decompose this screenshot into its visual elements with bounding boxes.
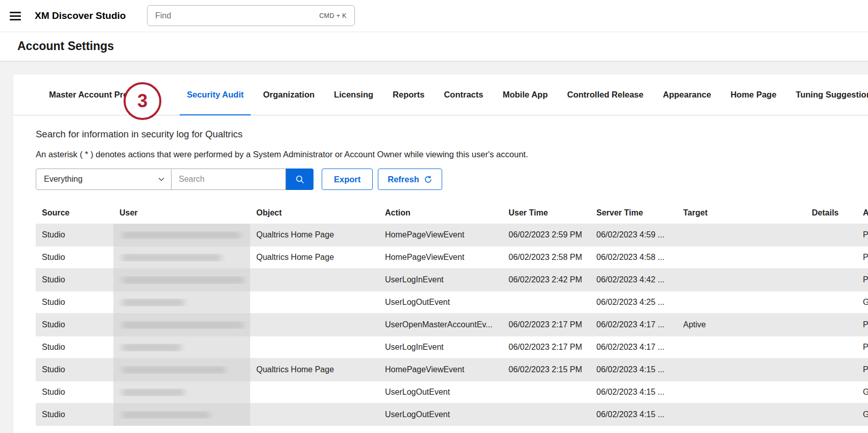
col-object: Object xyxy=(250,208,379,218)
page-title: Account Settings xyxy=(17,39,114,53)
cell-server-time: 06/02/2023 4:25 ... xyxy=(590,298,677,307)
cell-user xyxy=(113,231,250,239)
col-server-time: Server Time xyxy=(590,208,677,218)
cell-user-time: 06/02/2023 2:17 PM xyxy=(502,343,590,352)
cell-server-time: 06/02/2023 4:17 ... xyxy=(590,320,677,329)
cell-user xyxy=(113,344,250,351)
cell-user-time: 06/02/2023 2:15 PM xyxy=(502,365,590,374)
search-button[interactable] xyxy=(286,169,314,190)
cell-object: Qualtrics Home Page xyxy=(250,253,379,262)
cell-user xyxy=(113,389,250,396)
cell-source: Studio xyxy=(36,320,113,329)
settings-card: Master Account PropSecurity AuditOrganiz… xyxy=(13,75,868,433)
cell-user xyxy=(113,411,250,419)
tab-label: Mobile App xyxy=(502,90,547,100)
tab-label: Controlled Release xyxy=(567,90,643,100)
menu-icon[interactable] xyxy=(10,12,21,20)
export-button-label: Export xyxy=(334,175,360,184)
cell-action: UserLogOutEvent xyxy=(379,388,502,397)
cell-user xyxy=(113,276,250,284)
redacted-user-blur xyxy=(122,366,226,374)
table-row: StudioUserLogInEvent06/02/2023 2:42 PM06… xyxy=(36,269,868,291)
col-api: API xyxy=(857,208,868,218)
tab-organization[interactable]: Organization xyxy=(256,75,322,115)
refresh-button-label: Refresh xyxy=(388,175,419,184)
cell-server-time: 06/02/2023 4:15 ... xyxy=(590,410,677,419)
category-dropdown[interactable]: Everything xyxy=(36,169,172,190)
cell-user xyxy=(113,254,250,261)
tab-security-audit[interactable]: Security Audit xyxy=(180,75,251,115)
category-dropdown-value: Everything xyxy=(44,175,83,184)
cell-api: GET xyxy=(857,388,868,397)
cell-action: HomePageViewEvent xyxy=(379,365,502,374)
search-icon xyxy=(295,174,305,184)
cell-source: Studio xyxy=(36,365,113,374)
cell-server-time: 06/02/2023 4:42 ... xyxy=(590,275,677,284)
tab-label: Licensing xyxy=(334,90,373,100)
cell-action: UserLogOutEvent xyxy=(379,298,502,307)
find-input[interactable] xyxy=(148,11,319,20)
tab-label: Contracts xyxy=(444,90,483,100)
col-action: Action xyxy=(379,208,502,218)
cell-server-time: 06/02/2023 4:59 ... xyxy=(590,230,677,239)
col-target: Target xyxy=(677,208,806,218)
refresh-icon xyxy=(424,175,432,184)
tab-home-page[interactable]: Home Page xyxy=(724,75,784,115)
redacted-user-blur xyxy=(122,411,210,419)
cell-source: Studio xyxy=(36,410,113,419)
tab-contracts[interactable]: Contracts xyxy=(437,75,490,115)
redacted-user-blur xyxy=(122,321,244,329)
search-field xyxy=(172,169,286,190)
table-row: StudioUserLogInEvent06/02/2023 2:17 PM06… xyxy=(36,336,868,358)
search-input[interactable] xyxy=(172,175,285,184)
cell-user-time: 06/02/2023 2:17 PM xyxy=(502,320,590,329)
tab-tuning-suggestions[interactable]: Tuning Suggestions xyxy=(789,75,868,115)
cell-server-time: 06/02/2023 4:17 ... xyxy=(590,343,677,352)
export-button[interactable]: Export xyxy=(322,169,373,190)
cell-api: POST xyxy=(857,253,868,262)
cell-api: GET xyxy=(857,410,868,419)
security-audit-panel: Search for information in security log f… xyxy=(13,129,868,426)
col-source: Source xyxy=(36,208,113,218)
table-row: StudioUserLogOutEvent06/02/2023 4:25 ...… xyxy=(36,291,868,314)
app-title: XM Discover Studio xyxy=(35,10,126,21)
cell-action: HomePageViewEvent xyxy=(379,253,502,262)
annotation-number: 3 xyxy=(137,90,148,112)
cell-action: UserLogInEvent xyxy=(379,343,502,352)
tab-label: Tuning Suggestions xyxy=(796,90,868,100)
redacted-user-blur xyxy=(122,231,241,239)
cell-source: Studio xyxy=(36,275,113,284)
tab-reports[interactable]: Reports xyxy=(385,75,431,115)
redacted-user-blur xyxy=(122,254,222,261)
tab-controlled-release[interactable]: Controlled Release xyxy=(560,75,650,115)
cell-server-time: 06/02/2023 4:15 ... xyxy=(590,388,677,397)
cell-api: POST xyxy=(857,343,868,352)
cell-user-time: 06/02/2023 2:58 PM xyxy=(502,253,590,262)
tab-label: Master Account Prop xyxy=(49,90,133,100)
top-bar: XM Discover Studio CMD + K xyxy=(0,0,868,32)
table-row: StudioUserOpenMasterAccountEv...06/02/20… xyxy=(36,314,868,336)
cell-action: UserLogOutEvent xyxy=(379,410,502,419)
col-user-time: User Time xyxy=(502,208,590,218)
cell-action: UserOpenMasterAccountEv... xyxy=(379,320,502,329)
cell-api: POST xyxy=(857,275,868,284)
tab-label: Home Page xyxy=(731,90,777,100)
tab-label: Reports xyxy=(393,90,424,100)
tab-mobile-app[interactable]: Mobile App xyxy=(495,75,554,115)
cell-user-time: 06/02/2023 2:42 PM xyxy=(502,275,590,284)
col-details: Details xyxy=(806,208,857,218)
cell-user-time: 06/02/2023 2:59 PM xyxy=(502,230,590,239)
tab-appearance[interactable]: Appearance xyxy=(656,75,718,115)
table-body: StudioQualtrics Home PageHomePageViewEve… xyxy=(36,224,868,426)
cell-source: Studio xyxy=(36,253,113,262)
cell-server-time: 06/02/2023 4:58 ... xyxy=(590,253,677,262)
redacted-user-blur xyxy=(122,389,185,396)
find-search-box[interactable]: CMD + K xyxy=(147,5,355,26)
table-row: StudioQualtrics Home PageHomePageViewEve… xyxy=(36,358,868,381)
cell-object: Qualtrics Home Page xyxy=(250,365,379,374)
security-log-heading: Search for information in security log f… xyxy=(36,129,868,140)
refresh-button[interactable]: Refresh xyxy=(378,169,442,190)
cell-api: POST xyxy=(857,320,868,329)
tab-licensing[interactable]: Licensing xyxy=(327,75,380,115)
cell-action: UserLogInEvent xyxy=(379,275,502,284)
